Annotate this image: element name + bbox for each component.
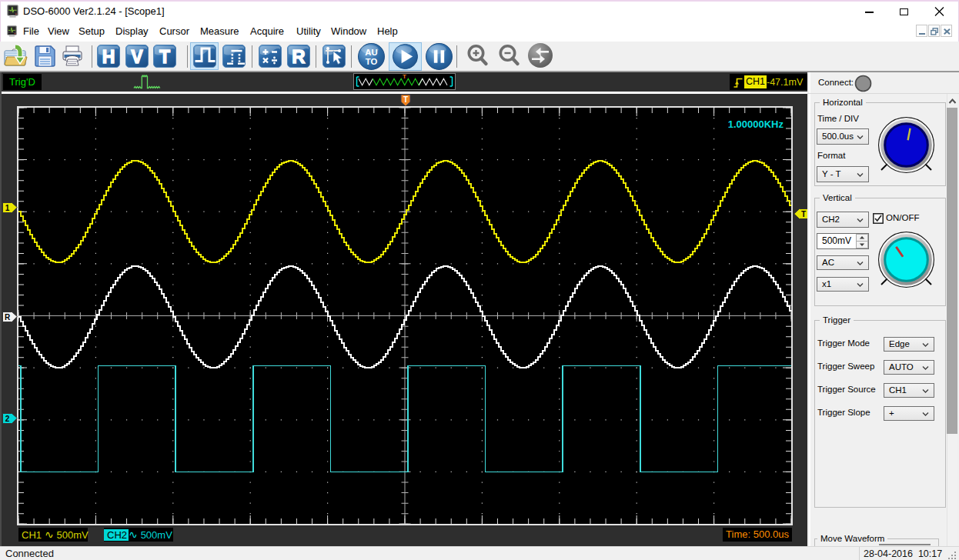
svg-text:R: R bbox=[5, 313, 11, 322]
svg-text:1: 1 bbox=[5, 204, 10, 212]
svg-text:R: R bbox=[292, 46, 305, 67]
svg-text:TO: TO bbox=[366, 57, 378, 66]
svg-text:T: T bbox=[403, 95, 408, 104]
svg-text:T: T bbox=[403, 73, 406, 80]
svg-text:1.00000KHz: 1.00000KHz bbox=[728, 118, 784, 130]
svg-text:H: H bbox=[102, 47, 115, 67]
svg-text:V: V bbox=[131, 47, 143, 67]
svg-text:T: T bbox=[159, 47, 170, 67]
svg-text:AU: AU bbox=[365, 48, 377, 57]
svg-text:2: 2 bbox=[5, 415, 10, 423]
svg-text:T: T bbox=[801, 210, 806, 218]
